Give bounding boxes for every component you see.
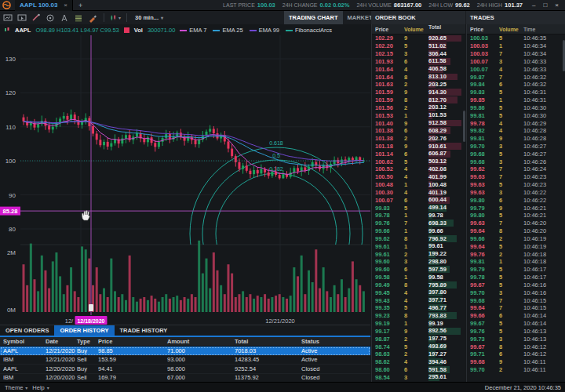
legend-ema-25[interactable]: EMA 25 [213, 27, 242, 34]
trade-row[interactable]: 99.82410:46:28 [467, 127, 565, 135]
order-book-row[interactable]: 100.481 100.48 [372, 181, 465, 189]
trade-row[interactable]: 100.03510:46:35 [467, 34, 565, 42]
panel-pointer-icon[interactable] [16, 13, 27, 23]
order-book-row[interactable]: 99.606 597.59 [372, 266, 465, 274]
trade-row[interactable]: 99.83510:46:31 [467, 89, 565, 96]
order-book-row[interactable]: 99.611 99.61 [372, 242, 465, 250]
trade-row[interactable]: 99.64710:46:15 [467, 304, 565, 312]
order-book-row[interactable]: 101.599 914.30 [372, 89, 465, 96]
order-book-row[interactable]: 99.238 793.83 [372, 312, 465, 320]
help-menu[interactable]: Help▾ [32, 384, 49, 391]
trade-row[interactable]: 99.71610:46:12 [467, 350, 565, 358]
ellipse-tool-icon[interactable] [45, 13, 56, 23]
order-book-row[interactable]: 101.598 812.70 [372, 96, 465, 104]
order-book-row[interactable]: 101.632 203.25 [372, 81, 465, 89]
trade-row[interactable]: 99.70310:46:27 [467, 143, 565, 151]
trade-row[interactable]: 99.81910:46:28 [467, 135, 565, 143]
order-book-row[interactable]: 101.644 406.58 [372, 65, 465, 73]
trade-row[interactable]: 99.63310:46:22 [467, 189, 565, 197]
order-book-row[interactable]: 101.531 101.53 [372, 111, 465, 119]
trade-row[interactable]: 99.63710:46:23 [467, 173, 565, 181]
order-book-row[interactable]: 100.524 402.08 [372, 165, 465, 173]
trade-row[interactable]: 99.64510:46:19 [467, 242, 565, 250]
order-book-row[interactable]: 99.355 496.77 [372, 304, 465, 312]
instrument-tab[interactable]: AAPL 100.03 × [15, 0, 73, 11]
trade-row[interactable]: 99.81510:46:30 [467, 111, 565, 119]
order-book-row[interactable]: 98.632 197.27 [372, 350, 465, 358]
trade-row[interactable]: 99.80610:46:22 [467, 196, 565, 204]
tab-order-history[interactable]: ORDER HISTORY [54, 325, 114, 336]
orders-col-date[interactable]: Date [46, 338, 77, 345]
trade-row[interactable]: 99.67510:46:14 [467, 320, 565, 328]
trade-row[interactable]: 99.63510:46:23 [467, 181, 565, 189]
orders-col-type[interactable]: Type [77, 338, 98, 345]
legend-ema-7[interactable]: EMA 7 [180, 27, 206, 34]
trend-line-icon[interactable] [31, 13, 42, 23]
order-book-row[interactable]: 100.625 503.12 [372, 158, 465, 165]
order-book-row[interactable]: 102.299 920.65 [372, 34, 465, 42]
trade-row[interactable]: 99.67810:46:12 [467, 343, 565, 350]
interval-select[interactable]: 30 min... ▾ [133, 14, 166, 21]
orders-col-price[interactable]: Price [98, 338, 167, 345]
theme-menu[interactable]: Theme▾ [5, 384, 27, 391]
trade-row[interactable]: 99.62710:46:24 [467, 165, 565, 173]
trade-row[interactable]: 99.76210:46:18 [467, 250, 565, 258]
brush-icon[interactable] [87, 13, 98, 23]
order-book-row[interactable]: 98.606 591.58 [372, 366, 465, 374]
order-book-row[interactable]: 101.382 202.76 [372, 135, 465, 143]
order-book-row[interactable]: 99.628 796.92 [372, 235, 465, 243]
order-book-row[interactable]: 99.661 99.66 [372, 227, 465, 235]
order-book-row[interactable]: 99.454 397.80 [372, 289, 465, 296]
trade-row[interactable]: 99.68310:46:26 [467, 158, 565, 165]
order-book-row[interactable]: 98.872 197.75 [372, 335, 465, 343]
orders-col-amount[interactable]: Amount [167, 338, 235, 345]
trade-row[interactable]: 99.80510:46:21 [467, 212, 565, 220]
trade-row[interactable]: 99.78510:46:17 [467, 274, 565, 281]
orders-col-status[interactable]: Status [301, 338, 367, 345]
order-book-row[interactable]: 99.767 698.33 [372, 220, 465, 227]
order-book-scrollbar[interactable] [463, 111, 465, 142]
trade-row[interactable]: 99.70210:46:11 [467, 366, 565, 374]
trade-row[interactable]: 99.68910:46:11 [467, 358, 565, 366]
order-book-row[interactable]: 99.603 298.80 [372, 258, 465, 266]
order-book-row[interactable]: 99.434 397.71 [372, 296, 465, 304]
order-history-row[interactable]: AAPL12/21/2020Buy98.8571.0007018.03Activ… [0, 347, 370, 356]
order-book-row[interactable]: 98.745 493.69 [372, 343, 465, 350]
order-book-row[interactable]: 99.191 99.19 [372, 320, 465, 328]
trade-row[interactable]: 99.63710:46:20 [467, 220, 565, 227]
order-book-row[interactable]: 99.179 892.56 [372, 327, 465, 335]
trade-row[interactable]: 99.85110:46:31 [467, 96, 565, 104]
candlestick-chart-canvas[interactable]: 13012011010090802M0M0.6180.50.38212/12/2… [0, 24, 370, 325]
order-history-row[interactable]: AAPL12/20/2020Buy94.4198.0009252.54Close… [0, 365, 370, 374]
orders-col-total[interactable]: Total [235, 338, 301, 345]
order-book-row[interactable]: 101.409 912.58 [372, 119, 465, 127]
trade-row[interactable]: 100.03110:46:34 [467, 42, 565, 50]
price-chart[interactable]: AAPL O98.89 H103.41 L94.97 C99.53 Vol 30… [0, 24, 370, 325]
order-book-row[interactable]: 99.781 99.78 [372, 212, 465, 220]
order-book-row[interactable]: 102.153 306.44 [372, 50, 465, 58]
order-book-row[interactable]: 102.205 511.02 [372, 42, 465, 50]
order-book-row[interactable]: 101.648 813.10 [372, 73, 465, 81]
add-tab-button[interactable]: + [73, 2, 88, 9]
trade-row[interactable]: 100.07410:46:33 [467, 65, 565, 73]
order-book-row[interactable]: 100.304 401.19 [372, 189, 465, 197]
legend-fibonacciarcs[interactable]: FibonacciArcs [286, 27, 332, 34]
trade-row[interactable]: 99.86510:46:30 [467, 103, 565, 111]
trade-row[interactable]: 99.79510:46:17 [467, 266, 565, 274]
minimize-button[interactable]: – [532, 0, 535, 11]
order-book-row[interactable]: 100.076 600.44 [372, 196, 465, 204]
trade-row[interactable]: 99.70310:46:16 [467, 289, 565, 296]
order-book-row[interactable]: 101.386 608.29 [372, 127, 465, 135]
tab-open-orders[interactable]: OPEN ORDERS [0, 325, 54, 336]
trade-row[interactable]: 99.66610:46:14 [467, 312, 565, 320]
trade-row[interactable]: 99.64810:46:20 [467, 227, 565, 235]
chart-type-select[interactable]: ▾ [110, 13, 121, 23]
tab-trading-chart[interactable]: TRADING CHART [284, 11, 343, 24]
order-book-row[interactable]: 101.146 606.87 [372, 150, 465, 158]
order-book-row[interactable]: 99.835 499.14 [372, 204, 465, 212]
trade-row[interactable]: 99.81110:46:18 [467, 258, 565, 266]
trade-row[interactable]: 100.07310:46:33 [467, 57, 565, 65]
order-history-row[interactable]: IBM12/21/2020Sell153.5993.00014283.45Act… [0, 356, 370, 365]
orders-col-symbol[interactable]: Symbol [0, 338, 46, 345]
order-book-row[interactable]: 98.624 394.46 [372, 358, 465, 366]
